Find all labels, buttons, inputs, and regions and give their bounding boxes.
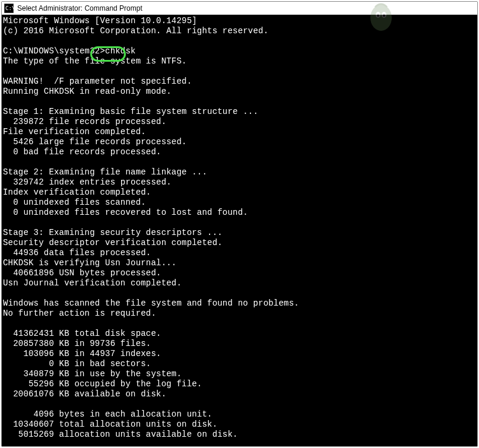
terminal-output[interactable]: Microsoft Windows [Version 10.0.14295] (… [2, 15, 477, 446]
window-title: Select Administrator: Command Prompt [17, 4, 142, 12]
cmd-icon: C:\ [4, 4, 14, 13]
svg-text:C:\: C:\ [5, 5, 14, 11]
command-prompt-window: C:\ Select Administrator: Command Prompt… [1, 1, 478, 447]
titlebar[interactable]: C:\ Select Administrator: Command Prompt [2, 2, 477, 15]
